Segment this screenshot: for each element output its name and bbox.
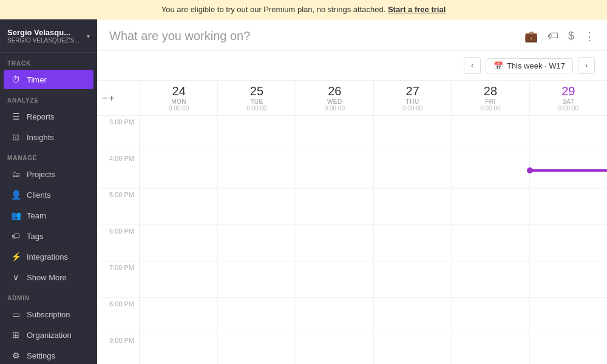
cell-sat-8pm[interactable]: [529, 298, 607, 334]
timer-icon: ⏱: [11, 75, 21, 84]
cell-fri-3pm[interactable]: [451, 116, 529, 152]
cell-sat-6pm[interactable]: [529, 225, 607, 261]
cell-tue-3pm[interactable]: [217, 116, 295, 152]
next-week-button[interactable]: ›: [578, 57, 595, 74]
cell-mon-8pm[interactable]: [140, 298, 217, 334]
cell-thu-3pm[interactable]: [373, 116, 451, 152]
cell-mon-3pm[interactable]: [140, 116, 217, 152]
time-row-7pm: 7:00 PM: [97, 261, 607, 298]
cell-wed-4pm[interactable]: [296, 152, 373, 188]
cell-tue-8pm[interactable]: [217, 298, 295, 334]
sidebar-item-clients[interactable]: 👤 Clients: [4, 185, 93, 204]
sidebar-item-subscription[interactable]: ▭ Subscription: [4, 305, 93, 324]
cell-wed-5pm[interactable]: [296, 189, 373, 224]
cell-wed-3pm[interactable]: [296, 116, 373, 152]
day-header-sat: 29 SAT 0:00:00: [529, 81, 607, 115]
cell-thu-4pm[interactable]: [373, 152, 451, 188]
zoom-controls: − +: [102, 93, 115, 103]
zoom-in-button[interactable]: +: [109, 93, 114, 103]
time-label-8pm: 8:00 PM: [97, 298, 140, 334]
time-label-4pm: 4:00 PM: [97, 152, 140, 188]
sidebar-item-timer[interactable]: ⏱ Timer: [4, 70, 93, 89]
cell-thu-9pm[interactable]: [373, 334, 451, 364]
cell-sat-4pm[interactable]: [529, 152, 607, 188]
cell-thu-6pm[interactable]: [373, 225, 451, 261]
more-icon[interactable]: ⋮: [584, 30, 595, 43]
briefcase-icon[interactable]: 💼: [524, 30, 538, 43]
cell-thu-7pm[interactable]: [373, 261, 451, 297]
sidebar-item-insights[interactable]: ⊡ Insights: [4, 127, 93, 147]
week-label-text: This week · W17: [507, 61, 565, 70]
sidebar-item-reports[interactable]: ☰ Reports: [4, 107, 93, 126]
sidebar-item-clients-label: Clients: [27, 190, 51, 200]
sidebar-item-team[interactable]: 👥 Team: [4, 206, 93, 225]
cell-sat-9pm[interactable]: [529, 334, 607, 364]
cell-thu-8pm[interactable]: [373, 298, 451, 334]
day-label-mon: MON: [143, 98, 215, 105]
cell-tue-7pm[interactable]: [217, 261, 295, 297]
day-time-thu: 0:00:00: [376, 105, 449, 112]
cell-mon-9pm[interactable]: [140, 334, 217, 364]
team-icon: 👥: [11, 211, 21, 220]
page-title: What are you working on?: [109, 29, 250, 43]
cell-thu-5pm[interactable]: [373, 189, 451, 224]
tag-header-icon[interactable]: 🏷: [548, 30, 558, 42]
sidebar-item-organization[interactable]: ⊞ Organization: [4, 325, 93, 345]
time-row-9pm: 9:00 PM: [97, 334, 607, 364]
calendar-header-row: − + 24 MON 0:00:00 25 TUE 0:00:00: [97, 81, 607, 116]
calendar-container: − + 24 MON 0:00:00 25 TUE 0:00:00: [97, 81, 607, 364]
cell-wed-6pm[interactable]: [296, 225, 373, 261]
cell-fri-7pm[interactable]: [451, 261, 529, 297]
week-label[interactable]: 📅 This week · W17: [486, 58, 573, 73]
sidebar-item-insights-label: Insights: [27, 133, 54, 142]
tags-icon: 🏷: [11, 231, 21, 241]
cell-wed-7pm[interactable]: [296, 261, 373, 297]
day-label-wed: WED: [299, 98, 371, 105]
sidebar-item-subscription-label: Subscription: [27, 310, 70, 319]
cell-tue-5pm[interactable]: [217, 189, 295, 224]
cell-wed-8pm[interactable]: [296, 298, 373, 334]
cell-fri-4pm[interactable]: [451, 152, 529, 188]
zoom-out-button[interactable]: −: [102, 93, 107, 103]
cell-mon-4pm[interactable]: [140, 152, 217, 188]
day-number-fri: 28: [454, 84, 526, 98]
user-menu[interactable]: Sergio Velasqu... SERGIO VELASQUEZ'S... …: [0, 19, 97, 53]
track-section-label: TRACK: [0, 53, 97, 69]
sidebar-item-projects[interactable]: 🗂 Projects: [4, 164, 93, 184]
cell-wed-9pm[interactable]: [296, 334, 373, 364]
sidebar-item-integrations-label: Integrations: [27, 252, 68, 261]
settings-icon: ⚙: [11, 351, 21, 360]
day-number-sat: 29: [532, 84, 605, 98]
sidebar-item-show-more[interactable]: ∨ Show More: [4, 268, 93, 287]
cell-fri-5pm[interactable]: [451, 189, 529, 224]
cell-mon-6pm[interactable]: [140, 225, 217, 261]
day-time-wed: 0:00:00: [299, 105, 371, 112]
cell-sat-3pm[interactable]: [529, 116, 607, 152]
sidebar-item-settings[interactable]: ⚙ Settings: [4, 346, 93, 364]
cell-tue-4pm[interactable]: [217, 152, 295, 188]
day-header-thu: 27 THU 0:00:00: [373, 81, 451, 115]
time-label-3pm: 3:00 PM: [97, 116, 140, 152]
sidebar-item-integrations[interactable]: ⚡ Integrations: [4, 247, 93, 266]
prev-week-button[interactable]: ‹: [464, 57, 481, 74]
time-row-5pm: 5:00 PM: [97, 189, 607, 225]
user-name: Sergio Velasqu...: [7, 28, 80, 37]
banner-link[interactable]: Start a free trial: [388, 5, 446, 14]
cell-tue-6pm[interactable]: [217, 225, 295, 261]
sidebar-item-reports-label: Reports: [27, 112, 55, 121]
cell-fri-9pm[interactable]: [451, 334, 529, 364]
cell-sat-5pm[interactable]: [529, 189, 607, 224]
billing-icon[interactable]: $: [568, 30, 574, 42]
cell-fri-8pm[interactable]: [451, 298, 529, 334]
cell-fri-6pm[interactable]: [451, 225, 529, 261]
time-label-5pm: 5:00 PM: [97, 189, 140, 224]
day-label-thu: THU: [376, 98, 449, 105]
cell-mon-7pm[interactable]: [140, 261, 217, 297]
day-header-tue: 25 TUE 0:00:00: [217, 81, 295, 115]
sidebar-item-team-label: Team: [27, 211, 46, 220]
cell-tue-9pm[interactable]: [217, 334, 295, 364]
time-row-3pm: 3:00 PM: [97, 116, 607, 152]
sidebar-item-tags[interactable]: 🏷 Tags: [4, 226, 93, 246]
cell-sat-7pm[interactable]: [529, 261, 607, 297]
cell-mon-5pm[interactable]: [140, 189, 217, 224]
